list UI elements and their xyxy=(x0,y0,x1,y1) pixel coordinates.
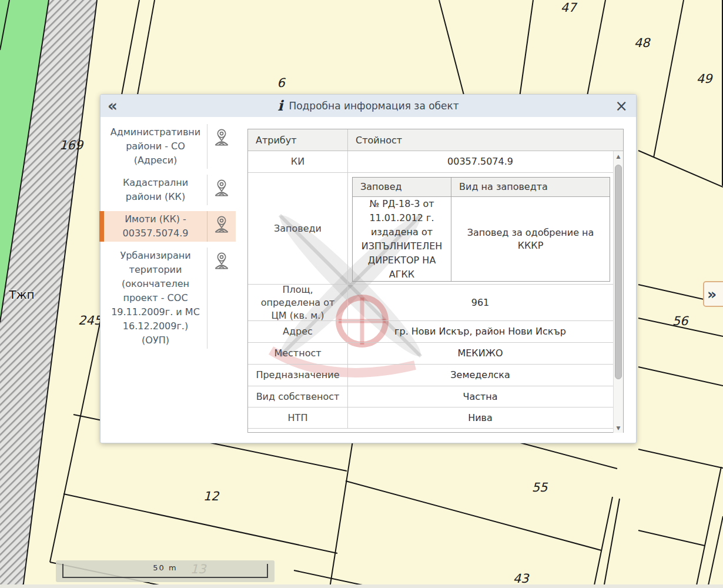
parcel-label-6: 6 xyxy=(277,76,284,90)
parcel-label-56: 56 xyxy=(672,314,688,328)
parcel-label-12: 12 xyxy=(203,489,219,503)
scroll-up-button[interactable]: ▲ xyxy=(614,151,623,161)
map-pin-icon xyxy=(211,214,232,235)
parcel-label-169: 169 xyxy=(59,138,83,152)
parcel-label-55: 55 xyxy=(532,480,548,495)
attributes-table: Атрибут Стойност КИ 00357.5074.9 Заповед… xyxy=(247,129,624,433)
panel-header: « i Подробна информация за обект × xyxy=(101,95,636,117)
attribute-cell: Местност xyxy=(248,343,348,364)
order-number-cell: № РД-18-3 от 11.01.2012 г. издадена от И… xyxy=(353,197,451,281)
table-row-area: Площ, определена от ЦМ (кв. м.) 961 xyxy=(248,285,623,321)
info-icon: i xyxy=(277,99,283,113)
parcel-label-48: 48 xyxy=(634,36,650,50)
orders-header-row: Заповед Вид на заповедта xyxy=(353,178,610,197)
table-row-ownership: Вид собственост Частна xyxy=(248,386,623,407)
map-pin-icon xyxy=(211,127,232,148)
table-row-ki: КИ 00357.5074.9 xyxy=(248,151,623,173)
table-row-purpose: Предназначение Земеделска xyxy=(248,365,623,386)
table-row-locality: Местност МЕКИЖО xyxy=(248,343,623,365)
table-header-value: Стойност xyxy=(348,129,623,151)
layers-sidebar: Административни райони - СО (Адреси) Кад… xyxy=(101,117,236,355)
scroll-down-button[interactable]: ▼ xyxy=(614,423,623,433)
order-type-cell: Заповед за одобрение на КККР xyxy=(451,197,610,281)
sidebar-item-administrative-regions[interactable]: Административни райони - СО (Адреси) xyxy=(101,124,236,169)
attribute-cell: НТП xyxy=(248,407,348,428)
collapse-panel-button[interactable]: « xyxy=(108,98,118,113)
zoom-to-layer-button[interactable] xyxy=(207,248,236,349)
value-cell: 961 xyxy=(348,285,623,320)
zoom-to-layer-button[interactable] xyxy=(207,211,236,242)
map-edge-strip xyxy=(0,584,723,588)
map-pin-icon xyxy=(211,250,232,272)
map-pin-icon xyxy=(211,178,232,199)
scale-bar-label: 50 m xyxy=(56,563,275,572)
attribute-cell: Предназначение xyxy=(248,365,348,386)
sidebar-item-label: Урбанизирани територии (окончателен прое… xyxy=(101,248,207,349)
orders-header-order: Заповед xyxy=(353,178,451,196)
scrollbar-thumb[interactable] xyxy=(615,165,622,379)
table-row-partial xyxy=(248,429,623,433)
panel-title: Подробна информация за обект xyxy=(289,100,458,112)
sidebar-item-cadastral-regions[interactable]: Кадастрални райони (КК) xyxy=(101,175,236,205)
attribute-cell: КИ xyxy=(248,151,348,172)
zoom-to-layer-button[interactable] xyxy=(207,175,236,205)
value-cell: Заповед Вид на заповедта № РД-18-3 от 11… xyxy=(348,173,623,284)
sidebar-item-label: Имоти (КК) - 00357.5074.9 xyxy=(101,211,207,242)
value-cell: Частна xyxy=(348,386,623,407)
attribute-cell: Вид собственост xyxy=(248,386,348,407)
sidebar-item-label: Кадастрални райони (КК) xyxy=(101,175,207,205)
sidebar-item-urban-territories[interactable]: Урбанизирани територии (окончателен прое… xyxy=(101,248,236,349)
parcel-label-245: 245 xyxy=(78,313,102,328)
sidebar-item-imoti-selected[interactable]: Имоти (КК) - 00357.5074.9 xyxy=(101,211,236,242)
sidebar-item-label: Административни райони - СО (Адреси) xyxy=(101,124,207,169)
scale-bar: 50 m xyxy=(56,560,275,582)
table-header-attribute: Атрибут xyxy=(248,129,348,151)
table-row-address: Адрес гр. Нови Искър, район Нови Искър xyxy=(248,321,623,343)
info-panel: « i Подробна информация за обект × Админ… xyxy=(100,94,637,443)
expand-panel-button[interactable]: » xyxy=(703,281,723,307)
value-cell: 00357.5074.9 xyxy=(348,151,623,172)
table-row-zapovedi: Заповеди Заповед Вид на заповедта № РД-1… xyxy=(248,173,623,285)
zoom-to-layer-button[interactable] xyxy=(207,124,236,169)
orders-header-type: Вид на заповедта xyxy=(451,178,610,196)
close-icon[interactable]: × xyxy=(615,98,628,113)
table-header-row: Атрибут Стойност xyxy=(248,129,623,151)
table-row-ntp: НТП Нива xyxy=(248,407,623,429)
value-cell: МЕКИЖО xyxy=(348,343,623,364)
selection-accent-bar xyxy=(99,211,104,242)
parcel-label-47: 47 xyxy=(561,1,577,15)
value-cell: гр. Нови Искър, район Нови Искър xyxy=(348,321,623,342)
value-cell: Нива xyxy=(348,407,623,428)
orders-data-row: № РД-18-3 от 11.01.2012 г. издадена от И… xyxy=(353,197,610,281)
table-scrollbar[interactable]: ▲ ▼ xyxy=(613,151,623,433)
railway-label: Тжп xyxy=(9,288,34,302)
parcel-label-49: 49 xyxy=(697,72,712,86)
value-cell: Земеделска xyxy=(348,365,623,386)
attribute-cell: Площ, определена от ЦМ (кв. м.) xyxy=(248,285,348,320)
attribute-cell: Заповеди xyxy=(248,173,348,284)
orders-table: Заповед Вид на заповедта № РД-18-3 от 11… xyxy=(352,177,610,282)
attribute-cell: Адрес xyxy=(248,321,348,342)
parcel-label-43: 43 xyxy=(513,572,529,586)
